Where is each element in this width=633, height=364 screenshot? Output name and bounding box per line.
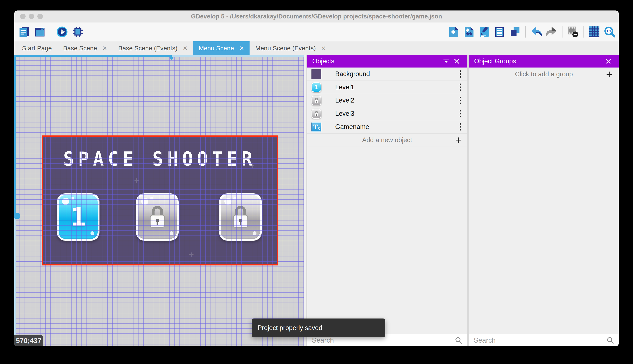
- object-name: Level2: [335, 97, 354, 104]
- layers-icon[interactable]: [509, 26, 521, 38]
- vertical-scrollbar-thumb[interactable]: [14, 55, 16, 216]
- object-menu-icon[interactable]: [460, 84, 461, 91]
- groups-search-row: [469, 334, 619, 346]
- level1-button-object[interactable]: 1: [57, 193, 100, 241]
- level1-number: 1: [59, 195, 98, 239]
- tab-label: Start Page: [22, 45, 52, 52]
- tab-menu-scene-events[interactable]: Menu Scene (Events): [249, 41, 332, 55]
- scene-window-icon[interactable]: [34, 26, 46, 38]
- objects-editor-icon[interactable]: [447, 26, 460, 38]
- scene-title-sprite[interactable]: SPACE SHOOTER: [42, 148, 278, 170]
- close-panel-icon[interactable]: [603, 55, 614, 68]
- groups-search-input[interactable]: [474, 336, 606, 344]
- sparkle-decoration: [249, 160, 255, 171]
- level1-button-icon: 1: [311, 82, 321, 92]
- objects-panel-header: Objects: [307, 55, 467, 68]
- object-row-level2[interactable]: Level2: [307, 94, 467, 107]
- tab-close-icon[interactable]: [183, 44, 187, 52]
- object-row-background[interactable]: Background: [307, 68, 467, 81]
- canvas-grid[interactable]: SPACE SHOOTER 1: [14, 55, 304, 346]
- tab-base-scene[interactable]: Base Scene: [58, 41, 113, 55]
- text-object-icon: Tx: [311, 122, 321, 132]
- cursor-coordinates: 570;437: [14, 335, 43, 346]
- locked-button-icon: [311, 96, 321, 106]
- search-icon: [606, 336, 614, 344]
- svg-text:1:1: 1:1: [606, 29, 611, 33]
- play-icon[interactable]: [56, 26, 68, 38]
- minimize-window-button[interactable]: [29, 14, 34, 19]
- tab-label: Base Scene (Events): [118, 45, 178, 52]
- sparkle-decoration: [134, 175, 139, 185]
- filter-icon[interactable]: [441, 55, 451, 68]
- lock-icon: [147, 204, 168, 231]
- groups-panel-title: Object Groups: [474, 58, 516, 65]
- tab-close-icon[interactable]: [239, 44, 244, 52]
- object-menu-icon[interactable]: [460, 97, 461, 104]
- window-mask-icon[interactable]: [567, 26, 579, 38]
- tab-close-icon[interactable]: [321, 44, 326, 52]
- grid-icon[interactable]: [588, 26, 600, 38]
- traffic-lights: [20, 10, 43, 22]
- add-group-row[interactable]: Click to add a group: [469, 68, 619, 81]
- undo-icon[interactable]: [530, 26, 542, 38]
- vertical-scrollbar[interactable]: [14, 55, 16, 346]
- object-groups-icon[interactable]: [463, 26, 475, 38]
- main-area: SPACE SHOOTER 1: [14, 55, 619, 346]
- button-highlight: [150, 197, 153, 200]
- horizontal-scrollbar[interactable]: [14, 55, 304, 56]
- close-window-button[interactable]: [20, 14, 26, 19]
- app-window: GDevelop 5 - /Users/dkarakay/Documents/G…: [14, 10, 619, 346]
- zoom-1-1-icon[interactable]: 1:1: [604, 26, 616, 38]
- toolbar-separator: [51, 26, 51, 38]
- toolbar-separator: [562, 26, 562, 38]
- tab-start-page[interactable]: Start Page: [16, 41, 58, 55]
- add-new-object-label: Add a new object: [362, 136, 412, 144]
- search-icon: [455, 336, 462, 344]
- level2-button-object[interactable]: [136, 193, 179, 241]
- scene-background-object[interactable]: SPACE SHOOTER 1: [42, 136, 278, 266]
- tab-label: Base Scene: [63, 45, 97, 52]
- object-name: Gamename: [335, 123, 369, 131]
- scene-editor-canvas: SPACE SHOOTER 1: [14, 55, 306, 346]
- button-highlight: [253, 231, 256, 235]
- tab-base-scene-events[interactable]: Base Scene (Events): [113, 41, 193, 55]
- object-name: Level3: [335, 110, 354, 118]
- add-new-object-row[interactable]: Add a new object: [307, 134, 467, 147]
- redo-icon[interactable]: [545, 26, 558, 38]
- background-sprite-icon: [311, 69, 321, 79]
- window-title: GDevelop 5 - /Users/dkarakay/Documents/G…: [191, 13, 442, 20]
- sparkle-decoration: [189, 250, 194, 260]
- object-row-level3[interactable]: Level3: [307, 107, 467, 120]
- object-name: Level1: [335, 84, 354, 91]
- object-row-level1[interactable]: 1 Level1: [307, 81, 467, 94]
- properties-icon[interactable]: [478, 26, 490, 38]
- horizontal-scroll-marker[interactable]: [169, 56, 174, 60]
- level3-button-object[interactable]: [219, 193, 262, 241]
- vertical-scroll-handle[interactable]: [14, 213, 20, 219]
- groups-panel-header: Object Groups: [469, 55, 619, 68]
- toolbar-separator: [583, 26, 584, 38]
- tab-label: Menu Scene: [199, 45, 234, 52]
- object-menu-icon[interactable]: [460, 110, 461, 118]
- objects-panel-title: Objects: [312, 58, 334, 65]
- button-highlight: [233, 197, 236, 200]
- object-row-gamename[interactable]: Tx Gamename: [307, 120, 467, 134]
- instances-list-icon[interactable]: [493, 26, 506, 38]
- horizontal-scrollbar-thumb[interactable]: [14, 55, 172, 56]
- tab-close-icon[interactable]: [103, 44, 107, 52]
- screenshot-root: GDevelop 5 - /Users/dkarakay/Documents/G…: [0, 0, 633, 364]
- debug-icon[interactable]: [72, 26, 84, 38]
- tab-menu-scene[interactable]: Menu Scene: [193, 41, 249, 55]
- close-panel-icon[interactable]: [451, 55, 462, 68]
- button-highlight: [170, 231, 173, 235]
- toast-message: Project properly saved: [257, 324, 322, 332]
- object-name: Background: [335, 70, 370, 78]
- object-menu-icon[interactable]: [460, 123, 461, 131]
- project-manager-icon[interactable]: [18, 26, 30, 38]
- toolbar-separator: [525, 26, 526, 38]
- object-menu-icon[interactable]: [460, 70, 461, 78]
- zoom-window-button[interactable]: [37, 14, 43, 19]
- objects-search-input[interactable]: [312, 336, 455, 344]
- main-toolbar: 1:1: [14, 22, 619, 41]
- save-toast: Project properly saved: [252, 318, 385, 337]
